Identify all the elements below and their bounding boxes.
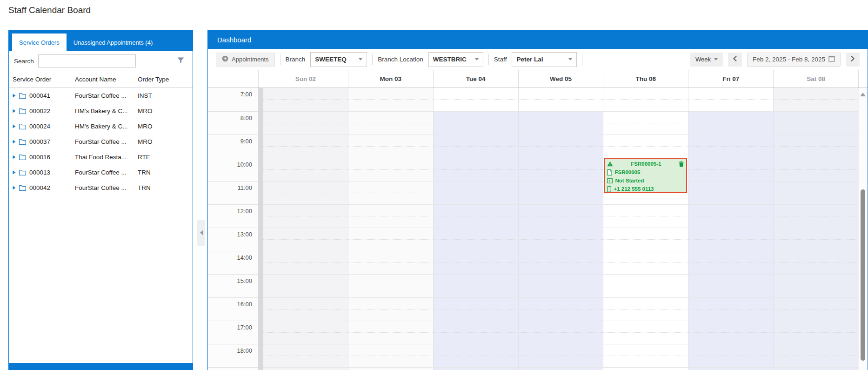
branch-value: SWEETEQ — [315, 56, 347, 63]
hour-cell — [263, 158, 348, 181]
table-row[interactable]: 000013FourStar Coffee ...TRN — [9, 165, 193, 180]
time-slot-label: 16:00 — [208, 297, 258, 321]
column-header-order-type: Order Type — [138, 76, 193, 83]
table-row[interactable]: 000016Thai Food Resta...RTE — [9, 149, 193, 165]
half-hour-line — [519, 146, 603, 147]
page: Staff Calendar Board Service OrdersUnass… — [0, 0, 868, 370]
half-hour-line — [519, 286, 603, 286]
hour-cell — [603, 321, 688, 344]
half-hour-line — [774, 262, 858, 263]
next-week-button[interactable] — [846, 53, 860, 67]
view-mode-button[interactable]: Week — [690, 53, 723, 67]
table-row[interactable]: 000041FourStar Coffee ...INST — [9, 88, 193, 103]
half-hour-line — [348, 239, 433, 240]
filter-button[interactable] — [174, 55, 187, 67]
expand-caret-icon[interactable] — [13, 186, 16, 190]
hour-cell — [603, 228, 688, 251]
panel-collapse-handle[interactable] — [197, 220, 205, 246]
trash-icon[interactable] — [679, 161, 684, 167]
search-input[interactable] — [38, 54, 136, 67]
hour-cell — [688, 251, 773, 274]
branch-location-select[interactable]: WESTBRIC — [428, 52, 483, 67]
day-column-wed-05[interactable] — [518, 88, 603, 370]
half-hour-line — [603, 332, 688, 333]
hour-cell — [263, 135, 348, 158]
hour-cell — [688, 88, 773, 111]
half-hour-line — [434, 332, 518, 333]
time-slot-label: 14:00 — [208, 251, 258, 274]
hour-cell — [434, 344, 518, 367]
expand-caret-icon[interactable] — [13, 170, 16, 175]
service-order-number: 000013 — [29, 169, 50, 176]
day-column-sun-02[interactable] — [263, 88, 348, 370]
hour-cell — [603, 204, 688, 228]
hour-cell — [263, 228, 348, 251]
half-hour-line — [774, 239, 858, 240]
half-hour-line — [263, 123, 348, 123]
appointment-card-header: FSR00005-1 — [607, 160, 684, 168]
day-column-tue-04[interactable] — [433, 88, 518, 370]
half-hour-line — [348, 146, 433, 147]
hour-cell — [688, 181, 773, 204]
hour-cell — [263, 274, 348, 297]
day-column-sat-08[interactable] — [773, 88, 858, 370]
date-range-button[interactable]: Feb 2, 2025 - Feb 8, 2025 — [747, 53, 841, 67]
order-type: MRO — [138, 138, 193, 145]
chevron-down-icon — [714, 58, 718, 61]
expand-caret-icon[interactable] — [13, 140, 16, 144]
table-row[interactable]: 000022HM's Bakery & C...MRO — [9, 103, 193, 119]
hour-cell — [348, 204, 433, 228]
calendar-vertical-scrollbar[interactable] — [858, 88, 868, 370]
service-orders-panel: Service OrdersUnassigned Appointments (4… — [8, 30, 193, 370]
table-row[interactable]: 000037FourStar Coffee ...MRO — [9, 134, 193, 149]
half-hour-line — [603, 216, 688, 216]
service-order-number: 000022 — [29, 108, 50, 114]
hour-cell — [434, 297, 518, 321]
staff-select[interactable]: Peter Lai — [512, 52, 577, 67]
hour-cell — [603, 344, 688, 367]
half-hour-line — [263, 309, 348, 309]
chevron-down-icon — [359, 58, 362, 61]
expand-caret-icon[interactable] — [13, 155, 16, 159]
hour-cell — [434, 181, 518, 204]
hour-cell — [774, 204, 858, 228]
scrollbar-thumb[interactable] — [861, 189, 865, 361]
appointments-button[interactable]: Appointments — [216, 53, 275, 67]
half-hour-line — [774, 146, 858, 147]
inner-scroll-strip[interactable] — [258, 88, 263, 370]
hour-cell — [263, 297, 348, 321]
appointment-phone: +1 212 555 0113 — [614, 186, 654, 192]
inner-scroll-strip-header — [258, 70, 263, 87]
branch-select[interactable]: SWEETEQ — [310, 52, 367, 67]
tab-service-orders[interactable]: Service Orders — [12, 34, 67, 51]
hour-cell — [434, 204, 518, 228]
day-column-fri-07[interactable] — [688, 88, 773, 370]
table-row[interactable]: 000024HM's Bakery & C...MRO — [9, 119, 193, 134]
half-hour-line — [434, 123, 518, 123]
scroll-up-arrow-icon[interactable] — [860, 93, 866, 96]
tab-unassigned-appointments-4[interactable]: Unassigned Appointments (4) — [67, 34, 160, 51]
day-column-mon-03[interactable] — [348, 88, 433, 370]
expand-caret-icon[interactable] — [13, 124, 16, 128]
dashboard-panel: Dashboard Appointments Branch SWEETEQ Br… — [207, 30, 868, 370]
appointment-card[interactable]: FSR00005-1 FSR00005 Not Started — [604, 158, 687, 193]
calendar-icon — [828, 55, 835, 63]
day-column-thu-06[interactable]: FSR00005-1 FSR00005 Not Started — [603, 88, 688, 370]
hour-cell — [348, 321, 433, 344]
hour-cell — [774, 344, 858, 367]
hour-cell — [774, 181, 858, 204]
appointment-status-row: Not Started — [607, 176, 684, 185]
appointment-id: FSR00005-1 — [615, 161, 676, 167]
search-row: Search — [9, 51, 193, 71]
table-row[interactable]: 000042FourStar Coffee ...TRN — [9, 180, 193, 195]
expand-caret-icon[interactable] — [13, 94, 16, 98]
previous-week-button[interactable] — [728, 53, 742, 67]
appointment-phone-row: +1 212 555 0113 — [607, 185, 684, 193]
half-hour-line — [688, 99, 773, 100]
day-header-fri-07: Fri 07 — [688, 70, 773, 87]
hour-cell — [774, 88, 858, 111]
column-header-account-name: Account Name — [75, 76, 138, 83]
expand-caret-icon[interactable] — [13, 109, 16, 113]
service-order-cell: 000041 — [13, 92, 75, 99]
half-hour-line — [688, 193, 773, 193]
